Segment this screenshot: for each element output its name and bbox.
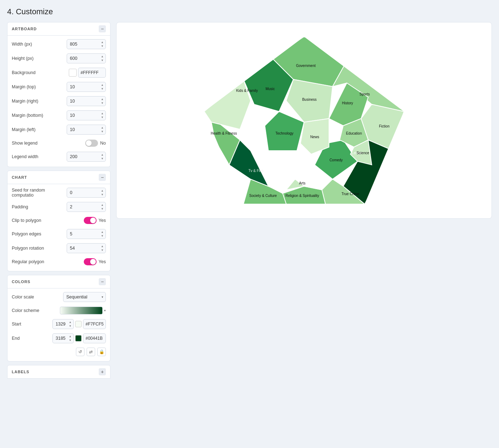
color-scheme-control: ▾	[60, 307, 106, 314]
seed-down[interactable]: ▼	[100, 193, 105, 197]
legend-width-down[interactable]: ▼	[100, 157, 105, 161]
end-spinner: ▲ ▼	[68, 335, 73, 342]
seed-spinner: ▲ ▼	[100, 189, 105, 197]
margin-left-spinner: ▲ ▼	[100, 126, 105, 134]
left-panel: ARTBOARD − Width (px) ▲ ▼	[7, 22, 110, 379]
height-up[interactable]: ▲	[100, 55, 105, 58]
artboard-title: ARTBOARD	[12, 27, 37, 31]
label-religion: Religion & Spirituality	[285, 194, 319, 198]
start-color-swatch[interactable]	[75, 321, 82, 327]
swap-colors-btn[interactable]: ⇄	[87, 348, 95, 356]
label-arts: Arts	[299, 181, 305, 185]
legend-width-wrap: ▲ ▼	[67, 152, 106, 162]
rotation-label: Polygon rotation	[12, 246, 67, 251]
color-scale-select[interactable]: Sequential Diverging Categorical	[63, 292, 106, 302]
show-legend-row: Show legend No	[7, 137, 110, 150]
end-hex-input[interactable]	[83, 333, 106, 343]
margin-left-down[interactable]: ▼	[100, 130, 105, 134]
chart-svg-container: Government Sports Fiction Leisure True C…	[124, 30, 484, 211]
color-scheme-row: Color scheme ▾	[7, 304, 110, 317]
margin-bottom-control: ▲ ▼	[67, 110, 106, 120]
edges-up[interactable]: ▲	[100, 230, 105, 234]
margin-right-control: ▲ ▼	[67, 96, 106, 106]
margin-bottom-down[interactable]: ▼	[100, 116, 105, 119]
chart-collapse-btn[interactable]: −	[99, 174, 106, 181]
colors-collapse-btn[interactable]: −	[99, 278, 106, 285]
margin-top-row: Margin (top) ▲ ▼	[7, 80, 110, 94]
margin-bottom-row: Margin (bottom) ▲ ▼	[7, 108, 110, 123]
background-label: Background	[12, 70, 69, 75]
width-row: Width (px) ▲ ▼	[7, 37, 110, 51]
label-kids: Kids & Family	[236, 89, 258, 93]
margin-left-label: Margin (left)	[12, 127, 67, 132]
margin-right-spinner: ▲ ▼	[100, 98, 105, 105]
edges-down[interactable]: ▼	[100, 234, 105, 238]
seed-row: Seed for random computatio ▲ ▼	[7, 186, 110, 200]
margin-right-down[interactable]: ▼	[100, 101, 105, 105]
width-down[interactable]: ▼	[100, 45, 105, 48]
background-hex-input[interactable]	[78, 68, 106, 78]
margin-top-spinner: ▲ ▼	[100, 83, 105, 91]
edges-spinner: ▲ ▼	[100, 230, 105, 238]
edges-control: ▲ ▼	[67, 229, 106, 239]
color-scheme-bar[interactable]	[60, 307, 103, 314]
colors-section-body: Color scale Sequential Diverging Categor…	[7, 288, 110, 361]
label-music: Music	[266, 87, 275, 91]
artboard-collapse-btn[interactable]: −	[99, 25, 106, 32]
width-up[interactable]: ▲	[100, 41, 105, 44]
padding-control: ▲ ▼	[67, 202, 106, 212]
margin-right-wrap: ▲ ▼	[67, 96, 106, 106]
artboard-section-body: Width (px) ▲ ▼ Height (px)	[7, 36, 110, 167]
end-down[interactable]: ▼	[68, 339, 73, 342]
width-label: Width (px)	[12, 42, 67, 47]
regular-toggle[interactable]	[84, 258, 97, 265]
margin-left-control: ▲ ▼	[67, 125, 106, 135]
width-spinner: ▲ ▼	[100, 41, 105, 48]
padding-spinner: ▲ ▼	[100, 203, 105, 211]
label-news: News	[310, 135, 319, 139]
label-education: Education	[346, 131, 362, 135]
chart-preview-panel: Government Sports Fiction Leisure True C…	[116, 22, 492, 219]
clip-toggle[interactable]	[84, 217, 97, 224]
show-legend-label: Show legend	[12, 141, 85, 146]
seed-control: ▲ ▼	[67, 188, 106, 198]
show-legend-toggle[interactable]	[85, 140, 98, 147]
regular-label: Regular polygon	[12, 259, 84, 264]
show-legend-control: No	[85, 140, 106, 147]
margin-bottom-up[interactable]: ▲	[100, 112, 105, 115]
height-label: Height (px)	[12, 56, 67, 61]
padding-up[interactable]: ▲	[100, 203, 105, 207]
colors-actions-row: ↺ ⇄ 🔒	[7, 345, 110, 358]
end-value-wrap: ▲ ▼	[52, 333, 74, 343]
margin-top-up[interactable]: ▲	[100, 83, 105, 87]
end-color-swatch[interactable]	[75, 335, 82, 342]
end-label: End	[12, 336, 52, 341]
padding-down[interactable]: ▼	[100, 207, 105, 211]
margin-left-up[interactable]: ▲	[100, 126, 105, 130]
background-swatch[interactable]	[69, 69, 77, 77]
reset-colors-btn[interactable]: ↺	[76, 348, 84, 356]
margin-top-control: ▲ ▼	[67, 82, 106, 92]
start-down[interactable]: ▼	[68, 324, 73, 328]
lock-colors-btn[interactable]: 🔒	[97, 348, 106, 356]
height-down[interactable]: ▼	[100, 59, 105, 62]
rotation-up[interactable]: ▲	[100, 245, 105, 248]
label-society: Society & Culture	[249, 194, 277, 198]
margin-right-up[interactable]: ▲	[100, 98, 105, 101]
background-control	[69, 68, 106, 78]
chart-section-body: Seed for random computatio ▲ ▼ Padding	[7, 184, 110, 271]
margin-top-down[interactable]: ▼	[100, 87, 105, 91]
end-row: End ▲ ▼	[7, 331, 110, 345]
legend-width-control: ▲ ▼	[67, 152, 106, 162]
start-hex-input[interactable]	[83, 319, 106, 329]
rotation-down[interactable]: ▼	[100, 249, 105, 252]
start-up[interactable]: ▲	[68, 321, 73, 324]
legend-width-up[interactable]: ▲	[100, 153, 105, 157]
page-title: 4. Customize	[7, 7, 492, 16]
labels-add-btn[interactable]: +	[99, 368, 106, 375]
end-up[interactable]: ▲	[68, 335, 73, 338]
margin-bottom-wrap: ▲ ▼	[67, 110, 106, 120]
seed-up[interactable]: ▲	[100, 189, 105, 193]
clip-control: Yes	[84, 217, 106, 224]
chart-section-header: CHART −	[7, 171, 110, 184]
